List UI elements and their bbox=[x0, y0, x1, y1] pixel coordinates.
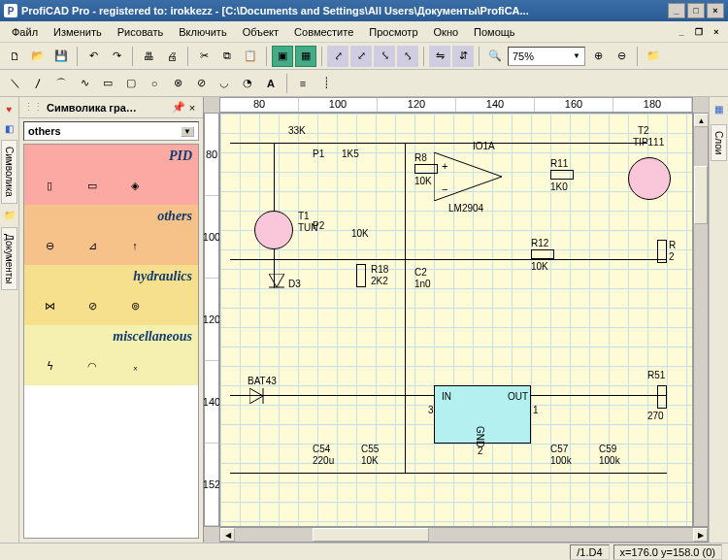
menu-include[interactable]: Включить bbox=[171, 24, 234, 40]
align-top-icon[interactable]: ⤣ bbox=[397, 46, 418, 67]
align-right-icon[interactable]: ⤥ bbox=[374, 46, 395, 67]
component-resistor[interactable] bbox=[550, 170, 574, 180]
line-icon[interactable]: ＼ bbox=[4, 73, 25, 94]
crosshair-icon[interactable]: ⊗ bbox=[167, 73, 188, 94]
polyline-icon[interactable]: 〳 bbox=[27, 73, 49, 94]
tab-symbols[interactable]: Символика bbox=[1, 140, 17, 204]
mdi-close[interactable]: × bbox=[709, 25, 724, 39]
category-pid[interactable]: PID ▯ ▭ ◈ bbox=[24, 145, 198, 205]
menu-bar: Файл Изменить Рисовать Включить Объект С… bbox=[0, 21, 728, 43]
bezier-icon[interactable]: ∿ bbox=[74, 73, 95, 94]
component-diode[interactable] bbox=[269, 274, 284, 297]
image2-icon[interactable]: ▦ bbox=[295, 46, 316, 67]
mdi-minimize[interactable]: _ bbox=[674, 25, 689, 39]
folder-icon[interactable]: 📁 bbox=[643, 46, 664, 67]
new-icon[interactable]: 🗋 bbox=[4, 46, 25, 67]
menu-view[interactable]: Просмотр bbox=[361, 24, 425, 40]
copy-icon[interactable]: ⧉ bbox=[216, 46, 238, 67]
component-label: 1K5 bbox=[342, 148, 359, 159]
tab-documents[interactable]: Документы bbox=[1, 227, 17, 291]
curve-icon[interactable]: ⏜ bbox=[50, 73, 72, 94]
component-opamp[interactable]: +− bbox=[434, 152, 502, 201]
drawing-canvas[interactable]: T1 TUN T2 TIP111 +− IO1A LM2904 IN OUT G… bbox=[219, 113, 693, 527]
linestyle-icon[interactable]: ┊ bbox=[315, 73, 337, 94]
flip-h-icon[interactable]: ⇋ bbox=[429, 46, 450, 67]
category-miscellaneous[interactable]: miscellaneous ϟ ◠ ₓ bbox=[24, 325, 198, 385]
component-resistor[interactable] bbox=[657, 385, 667, 409]
scroll-left-icon[interactable]: ◀ bbox=[220, 528, 235, 542]
menu-draw[interactable]: Рисовать bbox=[110, 24, 172, 40]
maximize-button[interactable]: □ bbox=[687, 3, 705, 18]
component-label: R12 bbox=[531, 238, 548, 248]
heart-icon[interactable]: ♥ bbox=[2, 101, 17, 116]
component-diode[interactable] bbox=[249, 388, 273, 404]
component-transistor[interactable] bbox=[628, 157, 671, 200]
pie-icon[interactable]: ◔ bbox=[237, 73, 258, 94]
symbol-icon[interactable]: ▭ bbox=[79, 174, 106, 197]
category-others[interactable]: others ⊖ ⊿ ↑ bbox=[24, 205, 198, 265]
mdi-restore[interactable]: ❐ bbox=[691, 25, 707, 39]
align-left-icon[interactable]: ⤤ bbox=[327, 46, 348, 67]
minimize-button[interactable]: _ bbox=[668, 3, 685, 18]
panel-close-icon[interactable]: × bbox=[185, 102, 199, 114]
component-resistor[interactable] bbox=[657, 240, 667, 263]
component-transistor[interactable] bbox=[254, 211, 293, 249]
cut-icon[interactable]: ✂ bbox=[193, 46, 215, 67]
symbol-icon[interactable]: ⊖ bbox=[36, 234, 63, 257]
symbol-icon[interactable]: ▯ bbox=[36, 174, 63, 197]
menu-file[interactable]: Файл bbox=[4, 24, 46, 40]
component-resistor[interactable] bbox=[414, 164, 438, 174]
symbol-icon[interactable]: ◠ bbox=[79, 354, 106, 378]
zoom-icon[interactable]: 🔍 bbox=[484, 46, 506, 67]
menu-edit[interactable]: Изменить bbox=[46, 24, 110, 40]
rect-icon[interactable]: ▭ bbox=[97, 73, 118, 94]
print-preview-icon[interactable]: 🖨 bbox=[161, 46, 182, 67]
component-resistor[interactable] bbox=[356, 264, 366, 287]
paste-icon[interactable]: 📋 bbox=[240, 46, 261, 67]
symbol-icon[interactable]: ↑ bbox=[121, 234, 149, 257]
folder-tab-icon[interactable]: 📁 bbox=[2, 208, 17, 223]
scrollbar-horizontal[interactable]: ◀ ▶ bbox=[219, 527, 709, 543]
undo-icon[interactable]: ↶ bbox=[83, 46, 104, 67]
symbol-icon[interactable]: ⊘ bbox=[79, 294, 106, 317]
symbol-icon[interactable]: ₓ bbox=[121, 354, 149, 378]
align-center-icon[interactable]: ⤢ bbox=[350, 46, 372, 67]
scroll-right-icon[interactable]: ▶ bbox=[693, 528, 708, 542]
menu-object[interactable]: Объект bbox=[235, 24, 286, 40]
ellipse-icon[interactable]: ○ bbox=[144, 73, 165, 94]
menu-window[interactable]: Окно bbox=[426, 24, 467, 40]
symbol-icon[interactable]: ϟ bbox=[36, 354, 63, 378]
redo-icon[interactable]: ↷ bbox=[106, 46, 127, 67]
zoom-out-icon[interactable]: ⊖ bbox=[611, 46, 632, 67]
category-list[interactable]: PID ▯ ▭ ◈ others ⊖ ⊿ ↑ hydraulics ⋈ bbox=[23, 144, 199, 539]
menu-align[interactable]: Совместите bbox=[286, 24, 361, 40]
close-button[interactable]: × bbox=[707, 3, 724, 18]
tab-layers[interactable]: Слои bbox=[711, 124, 727, 161]
text-icon[interactable]: A bbox=[260, 73, 281, 94]
symbol-icon[interactable]: ◈ bbox=[121, 174, 149, 197]
component-resistor[interactable] bbox=[531, 249, 554, 259]
shapes-icon[interactable]: ◧ bbox=[2, 120, 17, 136]
pin-icon[interactable]: 📌 bbox=[172, 101, 185, 114]
symbol-icon[interactable]: ⋈ bbox=[36, 294, 63, 317]
symbol-icon[interactable]: ⊿ bbox=[79, 234, 106, 257]
roundrect-icon[interactable]: ▢ bbox=[120, 73, 142, 94]
symbol-icon[interactable]: ⊚ bbox=[121, 294, 149, 317]
save-icon[interactable]: 💾 bbox=[50, 46, 72, 67]
scroll-up-icon[interactable]: ▲ bbox=[694, 114, 709, 127]
layers-icon[interactable]: ▦ bbox=[711, 101, 727, 116]
scrollbar-vertical[interactable]: ▲ bbox=[693, 113, 709, 527]
menu-help[interactable]: Помощь bbox=[466, 24, 523, 40]
category-hydraulics[interactable]: hydraulics ⋈ ⊘ ⊚ bbox=[24, 265, 198, 325]
open-icon[interactable]: 📂 bbox=[27, 46, 49, 67]
flip-v-icon[interactable]: ⇵ bbox=[452, 46, 474, 67]
image-icon[interactable]: ▣ bbox=[272, 46, 293, 67]
zoom-combo[interactable]: 75% ▼ bbox=[508, 47, 585, 66]
linewidth-icon[interactable]: ≡ bbox=[292, 73, 314, 94]
category-combo[interactable]: others ▼ bbox=[23, 121, 199, 141]
print-icon[interactable]: 🖶 bbox=[138, 46, 159, 67]
arc-icon[interactable]: ◡ bbox=[214, 73, 235, 94]
zoom-in-icon[interactable]: ⊕ bbox=[587, 46, 609, 67]
window-title: ProfiCAD Pro - registered to: irokkezz -… bbox=[21, 5, 666, 16]
noentry-icon[interactable]: ⊘ bbox=[190, 73, 212, 94]
